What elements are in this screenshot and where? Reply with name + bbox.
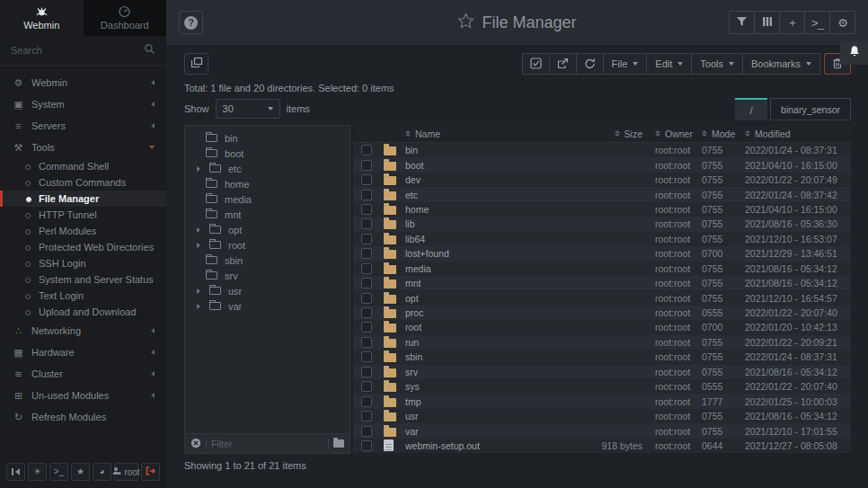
- table-row[interactable]: run root:root 0755 2022/01/22 - 20:09:21: [353, 335, 851, 350]
- tree-item[interactable]: home: [185, 176, 350, 191]
- table-row[interactable]: sys root:root 0555 2022/01/22 - 20:07:40: [353, 379, 851, 394]
- favorites-button[interactable]: ★: [71, 463, 90, 481]
- cell-name[interactable]: bin: [405, 145, 571, 155]
- cell-name[interactable]: opt: [405, 293, 571, 304]
- row-checkbox[interactable]: [361, 160, 372, 171]
- edit-menu-button[interactable]: Edit: [646, 53, 692, 75]
- table-row[interactable]: proc root:root 0555 2022/01/22 - 20:07:4…: [353, 306, 851, 320]
- table-row[interactable]: etc root:root 0755 2022/01/24 - 08:37:42: [353, 187, 851, 201]
- row-checkbox[interactable]: [361, 248, 372, 259]
- tree-item[interactable]: srv: [185, 268, 350, 283]
- cell-name[interactable]: proc: [405, 307, 571, 318]
- row-checkbox[interactable]: [361, 307, 372, 318]
- cell-name[interactable]: media: [405, 263, 571, 274]
- row-checkbox[interactable]: [361, 367, 372, 377]
- row-checkbox[interactable]: [361, 218, 372, 229]
- sidebar-nav-item[interactable]: SSH Login: [0, 255, 166, 271]
- tree-item[interactable]: opt: [185, 222, 350, 237]
- table-row[interactable]: opt root:root 0755 2021/12/10 - 16:54:57: [353, 290, 851, 305]
- tab-webmin[interactable]: Webmin: [0, 0, 84, 36]
- tree-item[interactable]: boot: [185, 146, 350, 161]
- clone-tab-button[interactable]: [184, 53, 208, 75]
- sidebar-nav-item[interactable]: HTTP Tunnel: [0, 207, 166, 223]
- row-checkbox[interactable]: [361, 174, 372, 185]
- breadcrumb-root[interactable]: /: [735, 98, 767, 120]
- cell-name[interactable]: webmin-setup.out: [405, 440, 571, 451]
- row-checkbox[interactable]: [361, 278, 372, 288]
- sidebar-nav-item[interactable]: System and Server Status: [0, 271, 166, 288]
- paste-button[interactable]: [549, 53, 577, 75]
- cell-name[interactable]: lib64: [405, 234, 571, 244]
- cell-name[interactable]: sys: [405, 381, 571, 392]
- column-header-mode[interactable]: Mode: [702, 129, 745, 139]
- stats-button[interactable]: ◕: [93, 463, 111, 481]
- page-size-select[interactable]: 30: [216, 99, 280, 119]
- row-checkbox[interactable]: [361, 263, 372, 274]
- clear-filter-icon[interactable]: [190, 436, 201, 452]
- cell-name[interactable]: var: [405, 426, 571, 437]
- tools-menu-button[interactable]: Tools: [691, 53, 743, 75]
- sidebar-nav-item[interactable]: ▦ Hardware: [0, 342, 166, 363]
- table-row[interactable]: root root:root 0700 2022/01/20 - 10:42:1…: [353, 320, 851, 334]
- settings-button[interactable]: ⚙: [829, 11, 855, 34]
- tree-item[interactable]: root: [185, 237, 350, 253]
- tree-item[interactable]: usr: [185, 283, 350, 298]
- row-checkbox[interactable]: [361, 337, 372, 348]
- theme-button[interactable]: ☀: [28, 463, 47, 481]
- cell-name[interactable]: sbin: [405, 351, 571, 362]
- sidebar-nav-item[interactable]: ≋ Cluster: [0, 363, 166, 385]
- row-checkbox[interactable]: [361, 190, 372, 200]
- shell-button[interactable]: >_: [804, 11, 830, 34]
- tab-dashboard[interactable]: Dashboard: [84, 0, 167, 36]
- tree-item[interactable]: bin: [185, 130, 350, 146]
- search-input[interactable]: [11, 45, 144, 56]
- cell-name[interactable]: dev: [405, 174, 571, 185]
- tree-item[interactable]: media: [185, 191, 350, 207]
- folder-icon[interactable]: [333, 439, 344, 448]
- cell-name[interactable]: usr: [405, 411, 571, 421]
- refresh-button[interactable]: [576, 53, 604, 75]
- sidebar-nav-item[interactable]: ⊞ Un-used Modules: [0, 385, 166, 406]
- bookmarks-menu-button[interactable]: Bookmarks: [742, 53, 820, 75]
- sidebar-nav-item[interactable]: Upload and Download: [0, 304, 166, 320]
- sidebar-nav-item[interactable]: ▣ System: [0, 93, 166, 115]
- row-checkbox[interactable]: [361, 204, 372, 215]
- sidebar-nav-item[interactable]: Perl Modules: [0, 223, 166, 239]
- cell-name[interactable]: home: [405, 204, 571, 215]
- sidebar-nav-item[interactable]: Protected Web Directories: [0, 239, 166, 255]
- row-checkbox[interactable]: [361, 426, 372, 437]
- cell-name[interactable]: run: [405, 337, 571, 348]
- sidebar-nav-item[interactable]: ⚙ Webmin: [0, 72, 166, 93]
- cell-name[interactable]: srv: [405, 367, 571, 377]
- column-header-name[interactable]: Name: [405, 129, 571, 139]
- cell-name[interactable]: tmp: [405, 396, 571, 407]
- row-checkbox[interactable]: [361, 396, 372, 407]
- table-row[interactable]: home root:root 0755 2021/04/10 - 16:15:0…: [353, 202, 851, 217]
- cell-name[interactable]: lost+found: [405, 248, 571, 259]
- row-checkbox[interactable]: [361, 234, 372, 244]
- tree-item[interactable]: etc: [185, 161, 350, 176]
- add-window-button[interactable]: +: [779, 11, 805, 34]
- sidebar-nav-item[interactable]: ∴ Networking: [0, 320, 166, 342]
- cell-name[interactable]: etc: [405, 190, 571, 200]
- table-row[interactable]: lib64 root:root 0755 2021/12/10 - 16:53:…: [353, 232, 851, 246]
- tree-item[interactable]: sbin: [185, 253, 350, 268]
- cell-name[interactable]: boot: [405, 160, 571, 171]
- column-header-size[interactable]: Size: [571, 129, 642, 139]
- terminal-button[interactable]: >_: [49, 463, 68, 481]
- select-all-button[interactable]: [522, 53, 550, 75]
- table-row[interactable]: dev root:root 0755 2022/01/22 - 20:07:49: [353, 173, 851, 187]
- help-button[interactable]: ?: [179, 11, 203, 34]
- notifications-tab[interactable]: [840, 41, 868, 65]
- cell-name[interactable]: root: [405, 322, 571, 333]
- columns-button[interactable]: [754, 11, 780, 34]
- row-checkbox[interactable]: [361, 411, 372, 421]
- tree-item[interactable]: mnt: [185, 207, 350, 222]
- table-row[interactable]: bin root:root 0755 2022/01/24 - 08:37:31: [353, 143, 851, 157]
- breadcrumb-current[interactable]: binary_sensor: [770, 98, 851, 120]
- table-row[interactable]: boot root:root 0755 2021/04/10 - 16:15:0…: [353, 157, 851, 172]
- table-row[interactable]: media root:root 0755 2021/08/16 - 05:34:…: [353, 262, 851, 276]
- sidebar-nav-item[interactable]: Custom Commands: [0, 174, 166, 191]
- table-row[interactable]: sbin root:root 0755 2022/01/24 - 08:37:3…: [353, 350, 851, 364]
- row-checkbox[interactable]: [361, 440, 372, 451]
